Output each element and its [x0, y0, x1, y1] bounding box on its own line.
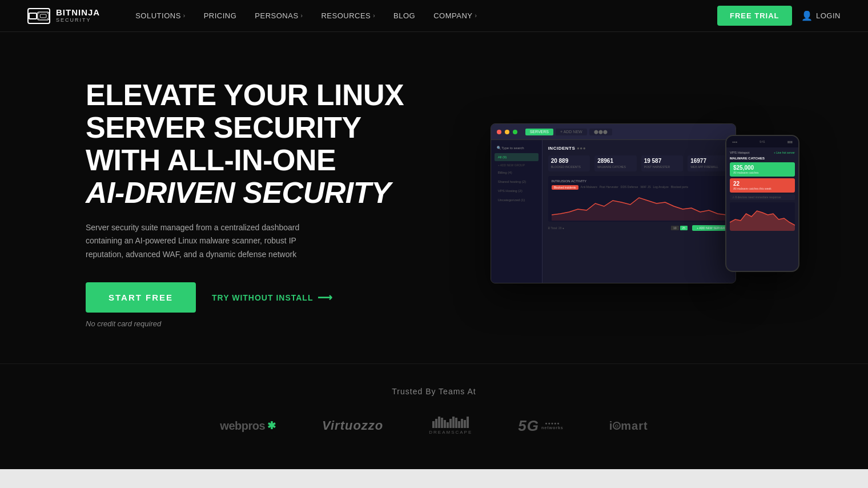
chevron-down-icon: ›	[183, 13, 186, 19]
dreamscape-logo: DREAMSCAPE	[429, 417, 472, 435]
nav-solutions[interactable]: SOLUTIONS ›	[127, 7, 193, 25]
sidebar-item-shared[interactable]: Shared hosting (2)	[495, 178, 539, 186]
fiveg-logo: 5G ●●●●● networks	[518, 417, 563, 435]
tab-addnew[interactable]: + ADD NEW	[556, 129, 587, 135]
page-bottom	[0, 469, 868, 488]
sidebar-item-all[interactable]: All (9)	[495, 153, 539, 161]
svg-point-2	[38, 13, 39, 14]
nav-blog[interactable]: BLOG	[385, 7, 423, 25]
navbar: BITNINJA SECURITY SOLUTIONS › PRICING PE…	[0, 0, 868, 32]
dashboard-incidents-title: INCIDENTS ●●●	[548, 146, 730, 151]
phone-card-label: All malware catches	[733, 171, 791, 174]
dashboard-main: INCIDENTS ●●● 20 889 BLOCKED INCIDENTS 2…	[542, 140, 736, 283]
phone-chart	[730, 202, 795, 231]
dashboard-mockup: SERVERS + ADD NEW ⬤⬤⬤ 🔍 Type to search A…	[491, 123, 736, 283]
tab-other: ⬤⬤⬤	[589, 129, 612, 135]
dashboard-bottom-bar: Ð Total: 20 ● 10 25 + ADD NEW SERVER	[548, 225, 730, 231]
sidebar-item-vps[interactable]: VPS Hosting (2)	[495, 187, 539, 195]
phone-card-secondary: 22 All malware catches this week	[730, 178, 795, 193]
incidents-chart-svg	[552, 192, 726, 221]
stat-post-number: 19 587	[644, 158, 681, 164]
dashboard-body: 🔍 Type to search All (9) + ADD NEW GROUP…	[491, 140, 736, 283]
logo-icon	[27, 8, 50, 24]
hero-visual: SERVERS + ADD NEW ⬤⬤⬤ 🔍 Type to search A…	[404, 89, 822, 318]
trusted-logos: webpros ✱ Virtuozzo	[46, 417, 822, 435]
start-free-button[interactable]: START FREE	[86, 282, 196, 313]
nav-personas[interactable]: PERSONAS ›	[247, 7, 311, 25]
window-dot-green	[513, 130, 517, 134]
arrow-right-icon: ⟶	[318, 291, 333, 304]
stat-waf: 16977 WEB APP FIREWALL	[688, 155, 730, 171]
nav-company[interactable]: COMPANY ›	[425, 7, 485, 25]
try-without-install-button[interactable]: TRY WITHOUT INSTALL ⟶	[212, 291, 333, 304]
nav-pricing[interactable]: PRICING	[196, 7, 245, 25]
sidebar-item-billing[interactable]: Billing (4)	[495, 169, 539, 177]
window-dot-yellow	[505, 130, 509, 134]
webpros-logo: webpros ✱	[220, 419, 276, 433]
svg-point-5	[47, 18, 48, 19]
chevron-down-icon: ›	[301, 13, 303, 19]
logo[interactable]: BITNINJA SECURITY	[27, 8, 100, 24]
svg-point-3	[38, 18, 39, 19]
iomart-logo: i O mart	[609, 419, 648, 433]
hero-description: Server security suite managed from a cen…	[86, 221, 326, 262]
stat-blocked-label: BLOCKED INCIDENTS	[551, 165, 588, 169]
stat-blocked: 20 889 BLOCKED INCIDENTS	[548, 155, 590, 171]
stat-malware-label: MALWARE CATCHES	[597, 165, 634, 169]
window-dot-red	[497, 130, 501, 134]
svg-point-4	[47, 13, 48, 14]
trusted-section: Trusted By Teams At webpros ✱ Virtuozzo	[0, 363, 868, 469]
hero-actions: START FREE TRY WITHOUT INSTALL ⟶	[86, 282, 404, 313]
nav-right: FREE TRIAL 👤 LOGIN	[717, 6, 841, 26]
phone-card-secondary-label: All malware catches this week	[733, 187, 791, 190]
nav-links: SOLUTIONS › PRICING PERSONAS › RESOURCES…	[127, 7, 717, 25]
svg-marker-7	[730, 211, 795, 231]
phone-malware-title: MALWARE CATCHES	[730, 157, 795, 160]
login-button[interactable]: 👤 LOGIN	[801, 10, 841, 21]
dashboard-tabs: SERVERS + ADD NEW ⬤⬤⬤	[525, 129, 612, 135]
hero-section: ELEVATE YOUR LINUX SERVER SECURITY WITH …	[0, 32, 868, 363]
user-icon: 👤	[801, 10, 813, 21]
phone-card-number: $25,000	[733, 165, 791, 171]
dashboard-chart: INTRUSION ACTIVITY Blocked incidents Ant…	[548, 176, 730, 222]
stat-post: 19 587 POST HARVESTER	[641, 155, 684, 171]
stat-waf-label: WEB APP FIREWALL	[690, 165, 727, 169]
stat-post-label: POST HARVESTER	[644, 165, 681, 169]
credit-note: No credit card required	[86, 319, 404, 328]
chart-title: INTRUSION ACTIVITY	[552, 179, 726, 183]
dreamscape-text: DREAMSCAPE	[429, 430, 472, 435]
phone-body: VPS Hotspot + Live hot server MALWARE CA…	[726, 147, 798, 234]
phone-mockup: ●●● 9:41 ▮▮▮ VPS Hotspot + Live hot serv…	[725, 135, 799, 272]
logo-text: BITNINJA SECURITY	[56, 8, 100, 23]
free-trial-button[interactable]: FREE TRIAL	[717, 6, 792, 26]
dashboard-stats: 20 889 BLOCKED INCIDENTS 28961 MALWARE C…	[548, 155, 730, 171]
svg-rect-1	[40, 14, 46, 17]
stat-malware-number: 28961	[597, 158, 634, 164]
hero-title: ELEVATE YOUR LINUX SERVER SECURITY WITH …	[86, 79, 404, 210]
phone-card-main: $25,000 All malware catches	[730, 162, 795, 177]
tab-servers[interactable]: SERVERS	[525, 129, 553, 135]
stat-waf-number: 16977	[690, 158, 727, 164]
dashboard-topbar: SERVERS + ADD NEW ⬤⬤⬤	[491, 124, 736, 140]
table-count-label: Ð Total: 20 ●	[548, 226, 564, 230]
stat-malware: 28961 MALWARE CATCHES	[594, 155, 637, 171]
dashboard-sidebar: 🔍 Type to search All (9) + ADD NEW GROUP…	[491, 140, 542, 283]
phone-topbar: ●●● 9:41 ▮▮▮	[726, 136, 798, 147]
stat-blocked-number: 20 889	[551, 158, 588, 164]
add-new-server-button[interactable]: + ADD NEW SERVER	[692, 225, 730, 231]
chevron-down-icon: ›	[475, 13, 477, 19]
nav-resources[interactable]: RESOURCES ›	[313, 7, 383, 25]
chevron-down-icon: ›	[373, 13, 375, 19]
sidebar-item-uncategorized[interactable]: Uncategorized (1)	[495, 196, 539, 204]
trusted-title: Trusted By Teams At	[46, 387, 822, 396]
hero-content: ELEVATE YOUR LINUX SERVER SECURITY WITH …	[86, 79, 404, 328]
phone-card-secondary-number: 22	[733, 181, 791, 187]
iomart-circle: O	[613, 422, 621, 430]
virtuozzo-logo: Virtuozzo	[322, 418, 383, 433]
